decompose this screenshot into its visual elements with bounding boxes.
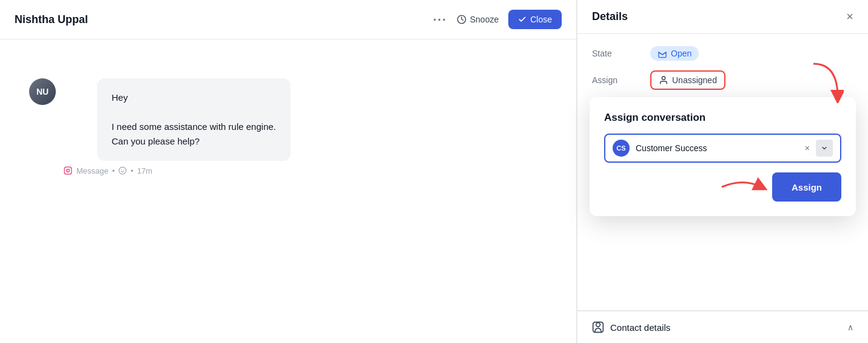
state-label: State xyxy=(592,49,641,58)
unassigned-badge[interactable]: Unassigned xyxy=(650,70,725,90)
conversation-content: NU Hey I need some assistance with rule … xyxy=(0,39,576,343)
left-panel: Nishtha Uppal ··· Snooze Close NU xyxy=(0,0,577,343)
message-meta: Message • • 17m xyxy=(63,166,291,175)
arrow-to-dropdown xyxy=(807,61,844,106)
details-title: Details xyxy=(592,10,628,23)
contact-details-row[interactable]: Contact details ∧ xyxy=(577,311,868,343)
header-actions: ··· Snooze Close xyxy=(433,10,562,29)
contact-details-section: Contact details ∧ xyxy=(577,310,868,343)
assign-button[interactable]: Assign xyxy=(772,172,841,202)
check-icon xyxy=(518,15,527,24)
instagram-icon xyxy=(63,166,73,175)
arrow-to-assign xyxy=(719,175,767,199)
chevron-up-icon: ∧ xyxy=(847,322,853,332)
assign-select-row[interactable]: CS Customer Success × xyxy=(604,134,841,163)
conversation-title: Nishtha Uppal xyxy=(15,13,88,26)
avatar: NU xyxy=(29,78,56,105)
team-name-label: Customer Success xyxy=(636,143,799,153)
state-row: State Open xyxy=(592,46,853,61)
assign-conversation-popup: Assign conversation CS Customer Success … xyxy=(590,97,856,216)
assign-label: Assign xyxy=(592,75,641,85)
clock-icon xyxy=(457,15,466,24)
contact-details-label: Contact details xyxy=(610,322,841,333)
right-panel: Details × State Open Assign Unassigned xyxy=(577,0,868,343)
emoji-icon xyxy=(118,166,127,175)
team-avatar: CS xyxy=(613,140,630,157)
svg-point-7 xyxy=(662,76,665,80)
message-row: NU Hey I need some assistance with rule … xyxy=(29,78,547,175)
close-button[interactable]: Close xyxy=(508,10,562,29)
svg-point-3 xyxy=(70,168,70,169)
assign-action-row: Assign xyxy=(604,172,841,202)
message-bubble: Hey I need some assistance with rule eng… xyxy=(97,78,291,161)
chevron-down-icon xyxy=(821,144,828,152)
svg-rect-1 xyxy=(64,167,72,174)
svg-point-4 xyxy=(119,167,126,174)
right-header: Details × xyxy=(577,0,868,34)
state-badge[interactable]: Open xyxy=(650,46,699,61)
more-options-button[interactable]: ··· xyxy=(433,13,447,27)
contact-icon xyxy=(592,321,604,333)
close-details-button[interactable]: × xyxy=(846,10,853,24)
clear-team-button[interactable]: × xyxy=(805,143,810,153)
message-text: Hey I need some assistance with rule eng… xyxy=(112,90,276,149)
user-icon xyxy=(659,75,668,85)
inbox-icon xyxy=(658,49,667,58)
svg-point-2 xyxy=(67,169,70,172)
team-dropdown-button[interactable] xyxy=(816,140,833,157)
snooze-button[interactable]: Snooze xyxy=(457,15,499,24)
message-body: I need some assistance with rule engine.… xyxy=(112,121,276,146)
left-header: Nishtha Uppal ··· Snooze Close xyxy=(0,0,576,39)
assign-popup-title: Assign conversation xyxy=(604,112,841,124)
